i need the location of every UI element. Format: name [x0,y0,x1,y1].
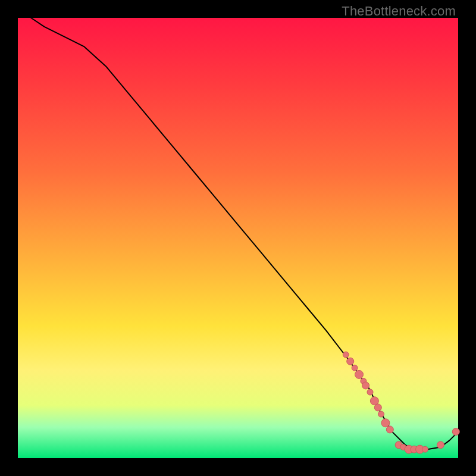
data-point [386,426,393,433]
data-point [347,358,354,365]
data-point [378,411,384,417]
data-point [367,389,373,395]
watermark-text: TheBottleneck.com [342,4,456,19]
chart-stage: TheBottleneck.com [0,0,476,476]
curve-line [31,18,458,449]
data-point [352,365,358,371]
plot-area [18,18,458,458]
data-point [422,446,428,452]
data-point [355,370,363,378]
data-point [343,352,349,358]
chart-overlay [18,18,458,458]
scatter-dots [343,352,459,453]
data-point [437,441,444,449]
data-point [362,382,369,389]
data-point [381,419,390,427]
data-point [452,428,459,436]
data-point [374,404,381,411]
